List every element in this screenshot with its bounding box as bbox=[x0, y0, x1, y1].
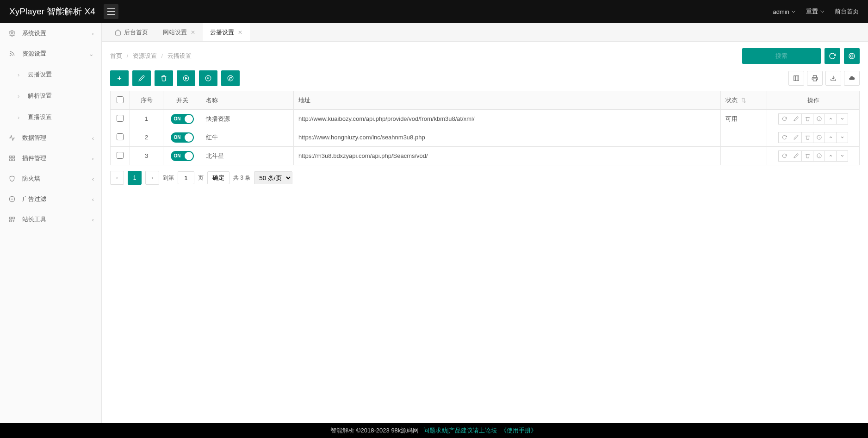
play-button[interactable] bbox=[177, 70, 195, 86]
row-down-button[interactable] bbox=[836, 113, 848, 125]
row-checkbox[interactable] bbox=[117, 133, 124, 140]
row-up-button[interactable] bbox=[825, 132, 837, 143]
print-button[interactable] bbox=[807, 71, 823, 86]
tab-cloud-settings[interactable]: 云播设置 ✕ bbox=[203, 23, 250, 41]
sidebar-sub-label: 直播设置 bbox=[28, 113, 52, 121]
refresh-icon bbox=[782, 153, 787, 158]
gear-icon bbox=[8, 30, 16, 37]
trash-icon bbox=[805, 116, 810, 121]
pause-button[interactable] bbox=[199, 70, 217, 86]
row-up-button[interactable] bbox=[825, 113, 837, 125]
row-info-button[interactable] bbox=[813, 113, 825, 125]
row-delete-button[interactable] bbox=[801, 150, 813, 162]
row-ops bbox=[772, 132, 855, 143]
sidebar-label: 系统设置 bbox=[22, 29, 46, 38]
row-up-button[interactable] bbox=[825, 150, 837, 162]
row-edit-button[interactable] bbox=[790, 150, 802, 162]
svg-rect-5 bbox=[12, 159, 14, 161]
page-confirm-button[interactable]: 确定 bbox=[207, 171, 229, 184]
row-refresh-button[interactable] bbox=[778, 150, 790, 162]
user-label: admin bbox=[773, 8, 789, 15]
switch-toggle[interactable]: ON bbox=[171, 151, 194, 161]
sidebar-item-system[interactable]: 系统设置 ‹ bbox=[0, 23, 101, 44]
tab-site-settings[interactable]: 网站设置 ✕ bbox=[155, 23, 203, 41]
svg-rect-4 bbox=[10, 159, 12, 161]
cloud-upload-button[interactable] bbox=[844, 71, 860, 86]
row-delete-button[interactable] bbox=[801, 113, 813, 125]
row-edit-button[interactable] bbox=[790, 113, 802, 125]
to-page-label: 到第 bbox=[163, 174, 174, 182]
svg-rect-9 bbox=[12, 217, 14, 219]
row-down-button[interactable] bbox=[836, 132, 848, 143]
crumb-home[interactable]: 首页 bbox=[110, 52, 122, 59]
search-button[interactable]: 搜索 bbox=[742, 48, 821, 64]
refresh-icon bbox=[782, 116, 787, 121]
close-icon[interactable]: ✕ bbox=[191, 29, 195, 36]
edit-button[interactable] bbox=[132, 70, 151, 86]
row-checkbox[interactable] bbox=[117, 115, 124, 122]
th-status-label: 状态 bbox=[725, 97, 738, 104]
refresh-button[interactable] bbox=[825, 48, 840, 64]
chevron-down-icon bbox=[840, 135, 844, 139]
svg-marker-22 bbox=[229, 77, 232, 80]
footer-copyright: 智能解析 ©2018-2023 98k源码网 bbox=[330, 426, 419, 435]
tab-home[interactable]: 后台首页 bbox=[107, 23, 155, 41]
reset-menu[interactable]: 重置 bbox=[806, 7, 825, 16]
sync-button[interactable] bbox=[844, 48, 860, 64]
sidebar-sub-live[interactable]: › 直播设置 bbox=[0, 106, 101, 128]
row-delete-button[interactable] bbox=[801, 132, 813, 143]
row-info-button[interactable] bbox=[813, 132, 825, 143]
per-page-select[interactable]: 50 条/页 bbox=[254, 171, 292, 184]
row-info-button[interactable] bbox=[813, 150, 825, 162]
trash-icon bbox=[805, 135, 810, 140]
next-page-button[interactable]: › bbox=[145, 171, 159, 185]
sidebar-item-data[interactable]: 数据管理 ‹ bbox=[0, 128, 101, 148]
switch-toggle[interactable]: ON bbox=[171, 114, 194, 124]
add-button[interactable] bbox=[110, 70, 129, 86]
footer-help-link[interactable]: 问题求助|产品建议请上论坛 bbox=[423, 426, 497, 435]
user-menu[interactable]: admin bbox=[773, 8, 796, 15]
select-all-checkbox[interactable] bbox=[117, 96, 124, 103]
page-number-button[interactable]: 1 bbox=[128, 171, 142, 185]
sidebar-label: 防火墙 bbox=[22, 175, 40, 183]
sidebar-item-firewall[interactable]: 防火墙 ‹ bbox=[0, 169, 101, 189]
row-refresh-button[interactable] bbox=[778, 113, 790, 125]
footer-manual-link[interactable]: 《使用手册》 bbox=[501, 426, 537, 435]
row-checkbox[interactable] bbox=[117, 152, 124, 159]
pencil-icon bbox=[794, 116, 799, 121]
explore-button[interactable] bbox=[221, 70, 240, 86]
svg-rect-3 bbox=[12, 156, 14, 158]
data-table: 序号 开关 名称 地址 状态 ⇅ 操作 1 ON 快播资源 bbox=[110, 91, 860, 165]
front-link[interactable]: 前台首页 bbox=[835, 7, 859, 16]
switch-toggle[interactable]: ON bbox=[171, 132, 194, 143]
cell-name: 快播资源 bbox=[201, 110, 294, 128]
th-status[interactable]: 状态 ⇅ bbox=[721, 91, 767, 110]
play-circle-icon bbox=[183, 75, 189, 81]
delete-button[interactable] bbox=[155, 70, 173, 86]
sidebar-item-adfilter[interactable]: 广告过滤 ‹ bbox=[0, 189, 101, 209]
breadcrumb: 首页 / 资源设置 / 云播设置 bbox=[110, 52, 192, 60]
export-button[interactable] bbox=[825, 71, 841, 86]
toolbar bbox=[110, 70, 860, 86]
sidebar-item-plugin[interactable]: 插件管理 ‹ bbox=[0, 148, 101, 169]
crumb-resource[interactable]: 资源设置 bbox=[133, 52, 157, 59]
sidebar-sub-parse[interactable]: › 解析设置 bbox=[0, 85, 101, 106]
svg-rect-10 bbox=[10, 220, 12, 222]
sidebar-label: 广告过滤 bbox=[22, 195, 46, 203]
prev-page-button[interactable]: ‹ bbox=[110, 171, 124, 185]
reset-label: 重置 bbox=[806, 7, 818, 16]
row-edit-button[interactable] bbox=[790, 132, 802, 143]
row-refresh-button[interactable] bbox=[778, 132, 790, 143]
sidebar-item-resource[interactable]: 资源设置 ⌄ bbox=[0, 44, 101, 64]
columns-button[interactable] bbox=[788, 71, 804, 86]
page-input[interactable] bbox=[178, 171, 194, 184]
row-down-button[interactable] bbox=[836, 150, 848, 162]
close-icon[interactable]: ✕ bbox=[238, 29, 242, 36]
chevron-down-icon bbox=[840, 154, 844, 158]
app-header: XyPlayer 智能解析 X4 admin 重置 前台首页 bbox=[0, 0, 868, 23]
menu-toggle-button[interactable] bbox=[104, 4, 118, 19]
sidebar-item-tools[interactable]: 站长工具 ‹ bbox=[0, 209, 101, 230]
table-header-row: 序号 开关 名称 地址 状态 ⇅ 操作 bbox=[111, 91, 860, 110]
sidebar-sub-cloud[interactable]: › 云播设置 bbox=[0, 64, 101, 85]
th-ops: 操作 bbox=[767, 91, 860, 110]
